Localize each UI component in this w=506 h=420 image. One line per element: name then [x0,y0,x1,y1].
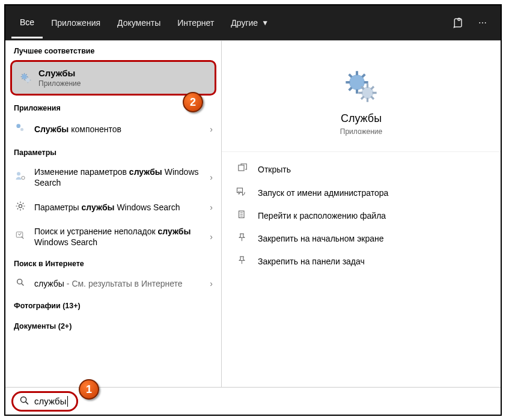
detail-title: Службы [341,112,382,125]
result-web-search[interactable]: службы - См. результаты в Интернете › [5,272,221,296]
svg-point-15 [20,397,26,402]
chevron-right-icon: › [210,231,213,242]
search-bar: службы 1 [5,387,501,415]
tab-documents[interactable]: Документы [109,8,169,37]
result-component-services[interactable]: Службы компонентов › [5,116,221,142]
result-label: Поиск и устранение неполадок службы Wind… [34,226,210,248]
result-settings-wsearch-params-change[interactable]: Изменение параметров службы Windows Sear… [5,160,221,194]
tab-more-label: Другие [231,18,258,28]
action-label: Открыть [258,165,291,174]
result-label: Параметры службы Windows Search [34,202,210,213]
svg-point-2 [26,78,30,82]
action-label: Перейти к расположению файла [258,211,386,221]
tab-more[interactable]: Другие ▼ [222,8,277,37]
result-bold: службы [129,167,162,177]
best-match-subtitle: Приложение [38,79,81,88]
admin-icon [235,186,248,199]
open-icon [235,163,248,175]
services-icon [19,72,32,85]
result-label: Изменение параметров службы Windows Sear… [34,166,210,188]
web-query: службы [34,279,64,288]
chevron-right-icon: › [210,202,213,213]
result-pre: Параметры [34,202,82,212]
action-pin-taskbar[interactable]: Закрепить на панели задач [222,250,501,273]
result-settings-wsearch-params[interactable]: Параметры службы Windows Search › [5,195,221,220]
search-icon [14,278,27,290]
user-settings-icon [14,171,27,184]
section-settings: Параметры [5,142,221,160]
action-pin-start[interactable]: Закрепить на начальном экране [222,227,501,250]
svg-rect-13 [237,188,243,193]
search-icon [19,395,29,407]
result-post: Windows Search [115,202,180,212]
result-bold: службы [82,202,115,212]
detail-subtitle: Приложение [340,127,382,136]
svg-point-9 [17,279,22,284]
section-documents[interactable]: Документы (2+) [5,316,221,336]
detail-actions: Открыть Запуск от имени администратора П… [222,151,501,279]
svg-point-7 [19,204,22,207]
action-label: Закрепить на начальном экране [258,234,384,243]
result-label: Службы компонентов [34,124,210,135]
chevron-right-icon: › [210,172,213,183]
action-run-admin[interactable]: Запуск от имени администратора [222,181,501,204]
chevron-right-icon: › [210,278,213,289]
action-label: Запуск от имени администратора [258,188,388,198]
web-suffix: - См. результаты в Интернете [64,279,183,288]
result-post: Windows Search [34,237,97,247]
search-value: службы [34,396,67,406]
action-open-location[interactable]: Перейти к расположению файла [222,204,501,227]
result-pre: Поиск и устранение неполадок [34,227,157,236]
result-label-bold: Службы [34,124,69,134]
tab-all[interactable]: Все [11,8,43,38]
tab-apps[interactable]: Приложения [43,8,109,37]
result-settings-wsearch-troubleshoot[interactable]: Поиск и устранение неполадок службы Wind… [5,220,221,254]
services-icon [14,122,27,136]
annotation-marker-1: 1 [79,379,99,400]
folder-icon [235,210,248,222]
result-label-rest: компонентов [69,124,121,134]
result-bold: службы [157,227,191,236]
section-web: Поиск в Интернете [5,254,221,272]
gear-icon [14,201,27,214]
detail-pane: Службы Приложение Открыть Запуск от имен… [222,41,501,387]
chevron-down-icon: ▼ [261,19,269,27]
services-icon-large [344,70,378,105]
section-best-match: Лучшее соответствие [5,41,221,59]
result-label: службы - См. результаты в Интернете [34,278,210,289]
svg-point-5 [17,172,20,176]
svg-point-4 [20,128,23,131]
results-list: Лучшее соответствие Службы Приложение 2 … [5,41,222,387]
best-match-title: Службы [38,68,81,78]
troubleshoot-icon [14,230,27,243]
svg-point-6 [22,177,25,180]
pin-taskbar-icon [235,255,248,267]
best-match-result[interactable]: Службы Приложение [10,60,216,96]
svg-point-3 [16,124,20,128]
chevron-right-icon: › [210,124,213,135]
annotation-marker-2: 2 [183,92,203,112]
section-photos[interactable]: Фотографии (13+) [5,296,221,316]
action-open[interactable]: Открыть [222,158,501,181]
action-label: Закрепить на панели задач [258,257,365,266]
feedback-icon[interactable] [447,11,471,35]
pin-start-icon [235,233,248,245]
result-pre: Изменение параметров [34,167,129,177]
text-caret [67,396,68,407]
tab-internet[interactable]: Интернет [169,8,222,37]
svg-point-0 [458,18,460,20]
search-input[interactable]: службы [11,391,78,412]
more-options-icon[interactable]: ⋯ [471,11,495,35]
tab-bar: Все Приложения Документы Интернет Другие… [5,5,501,40]
svg-rect-12 [238,165,243,171]
